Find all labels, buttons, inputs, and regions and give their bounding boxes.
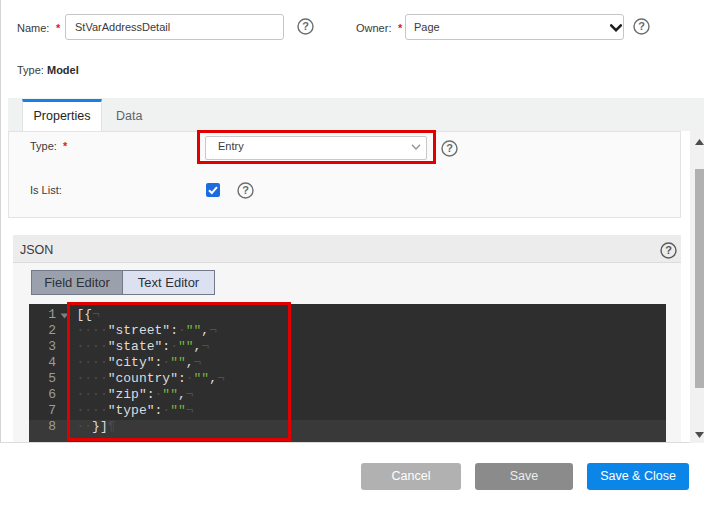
svg-text:?: ? <box>302 20 309 32</box>
svg-text:?: ? <box>638 20 645 32</box>
svg-text:?: ? <box>446 142 453 154</box>
svg-text:?: ? <box>242 184 249 196</box>
svg-text:?: ? <box>665 244 672 256</box>
